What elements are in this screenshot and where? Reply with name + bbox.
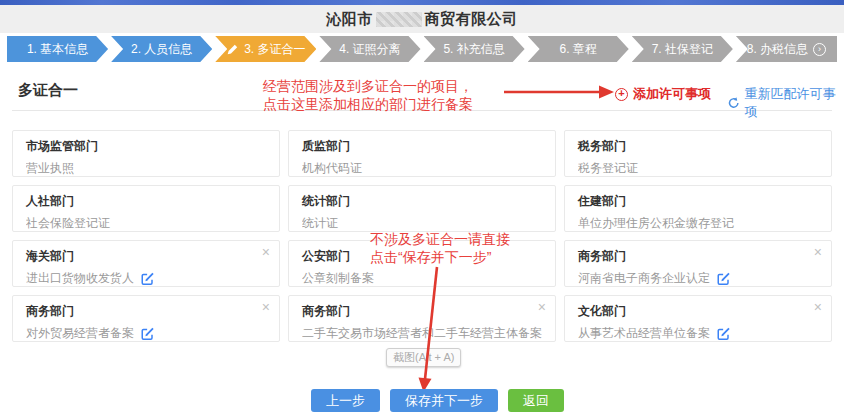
annotation-bottom-line2: 点击“保存并下一步” xyxy=(370,248,510,266)
license-card: 统计部门 统计证 xyxy=(288,185,556,232)
close-icon[interactable]: × xyxy=(538,300,546,314)
wizard-step[interactable]: 3. 多证合一 xyxy=(215,36,316,62)
add-license-label: 添加许可事项 xyxy=(633,85,711,103)
page-title: 沁阳市 商贸有限公司 xyxy=(326,10,518,29)
card-item-label: 税务登记证 xyxy=(578,160,638,177)
back-button[interactable]: 返回 xyxy=(508,389,564,412)
card-item-label: 营业执照 xyxy=(26,160,74,177)
license-card: × 文化部门 从事艺术品经营单位备案 xyxy=(564,295,832,342)
annotation-top-line1: 经营范围涉及到多证合一的项目， xyxy=(263,77,473,95)
wizard-step-label: 2. 人员信息 xyxy=(131,41,192,58)
wizard-step[interactable]: 8. 办税信息 › xyxy=(736,36,837,62)
rematch-license-label: 重新匹配许可事项 xyxy=(744,85,844,121)
arrow-to-add-license-head xyxy=(599,86,614,99)
wizard-step-label: 1. 基本信息 xyxy=(27,41,88,58)
annotation-top-line2: 点击这里添加相应的部门进行备案 xyxy=(263,95,473,113)
wizard-step[interactable]: 6. 章程 xyxy=(528,36,629,62)
license-card: 市场监管部门 营业执照 xyxy=(12,130,280,177)
card-dept-label: 海关部门 xyxy=(26,248,267,265)
card-item-label: 单位办理住房公积金缴存登记 xyxy=(578,215,734,232)
company-name-suffix: 商贸有限公司 xyxy=(425,10,518,29)
card-item-label: 统计证 xyxy=(302,215,338,232)
footer-buttons: 上一步 保存并下一步 返回 xyxy=(311,389,564,412)
license-card: × 商务部门 对外贸易经营者备案 xyxy=(12,295,280,342)
edit-icon[interactable] xyxy=(716,271,731,286)
close-icon[interactable]: × xyxy=(262,300,270,314)
card-dept-label: 质监部门 xyxy=(302,138,543,155)
card-dept-label: 商务部门 xyxy=(302,303,543,320)
add-license-button[interactable]: + 添加许可事项 xyxy=(615,85,711,103)
annotation-top: 经营范围涉及到多证合一的项目， 点击这里添加相应的部门进行备案 xyxy=(263,77,473,113)
wizard-step-label: 6. 章程 xyxy=(560,41,597,58)
card-item-label: 河南省电子商务企业认定 xyxy=(578,270,710,287)
close-icon[interactable]: × xyxy=(814,245,822,259)
license-card: × 商务部门 河南省电子商务企业认定 xyxy=(564,240,832,287)
wizard-step[interactable]: 2. 人员信息 xyxy=(111,36,212,62)
annotation-bottom-line1: 不涉及多证合一请直接 xyxy=(370,230,510,248)
card-dept-label: 统计部门 xyxy=(302,193,543,210)
app-header: 沁阳市 商贸有限公司 xyxy=(0,5,844,33)
license-card: 住建部门 单位办理住房公积金缴存登记 xyxy=(564,185,832,232)
screenshot-hint-button[interactable]: 截图(Alt + A) xyxy=(386,348,461,367)
card-item-label: 社会保险登记证 xyxy=(26,215,110,232)
wizard-step[interactable]: 7. 社保登记 xyxy=(632,36,733,62)
license-card: 质监部门 机构代码证 xyxy=(288,130,556,177)
license-card: 税务部门 税务登记证 xyxy=(564,130,832,177)
wizard-step[interactable]: 5. 补充信息 xyxy=(424,36,525,62)
card-dept-label: 商务部门 xyxy=(26,303,267,320)
edit-icon[interactable] xyxy=(140,271,155,286)
close-icon[interactable]: × xyxy=(262,245,270,259)
license-card: 人社部门 社会保险登记证 xyxy=(12,185,280,232)
card-dept-label: 税务部门 xyxy=(578,138,819,155)
card-item-label: 机构代码证 xyxy=(302,160,362,177)
save-and-next-button[interactable]: 保存并下一步 xyxy=(390,389,498,412)
card-item-label: 对外贸易经营者备案 xyxy=(26,325,134,342)
plus-circle-icon: + xyxy=(615,88,628,101)
chevron-circle-icon: › xyxy=(813,43,826,56)
page: 沁阳市 商贸有限公司 1. 基本信息 2. 人员信息 3. 多证合一 4. 证照… xyxy=(0,0,844,415)
card-dept-label: 市场监管部门 xyxy=(26,138,267,155)
wizard-step-label: 8. 办税信息 xyxy=(747,41,808,58)
wizard-step-label: 4. 证照分离 xyxy=(339,41,400,58)
card-dept-label: 住建部门 xyxy=(578,193,819,210)
edit-icon[interactable] xyxy=(140,326,155,341)
edit-icon[interactable] xyxy=(716,326,731,341)
card-dept-label: 商务部门 xyxy=(578,248,819,265)
card-dept-label: 文化部门 xyxy=(578,303,819,320)
license-card: × 商务部门 二手车交易市场经营者和二手车经营主体备案 xyxy=(288,295,556,342)
refresh-icon xyxy=(727,96,740,110)
step-wizard: 1. 基本信息 2. 人员信息 3. 多证合一 4. 证照分离 5. 补充信息 … xyxy=(0,36,844,62)
wizard-step-label: 5. 补充信息 xyxy=(443,41,504,58)
card-item-label: 从事艺术品经营单位备案 xyxy=(578,325,710,342)
wizard-step-label: 7. 社保登记 xyxy=(652,41,713,58)
card-dept-label: 人社部门 xyxy=(26,193,267,210)
censored-block xyxy=(376,12,422,27)
prev-step-button[interactable]: 上一步 xyxy=(311,389,380,412)
section-title: 多证合一 xyxy=(18,81,78,100)
close-icon[interactable]: × xyxy=(814,300,822,314)
annotation-bottom: 不涉及多证合一请直接 点击“保存并下一步” xyxy=(370,230,510,266)
license-card: × 海关部门 进出口货物收发货人 xyxy=(12,240,280,287)
rematch-license-button[interactable]: 重新匹配许可事项 xyxy=(727,85,844,121)
pencil-icon xyxy=(226,43,239,56)
wizard-step-label: 3. 多证合一 xyxy=(244,41,305,58)
card-item-label: 进出口货物收发货人 xyxy=(26,270,134,287)
wizard-step[interactable]: 1. 基本信息 xyxy=(7,36,108,62)
card-item-label: 二手车交易市场经营者和二手车经营主体备案 xyxy=(302,325,542,342)
company-name-prefix: 沁阳市 xyxy=(326,10,373,29)
card-item-label: 公章刻制备案 xyxy=(302,270,374,287)
wizard-step[interactable]: 4. 证照分离 xyxy=(319,36,420,62)
